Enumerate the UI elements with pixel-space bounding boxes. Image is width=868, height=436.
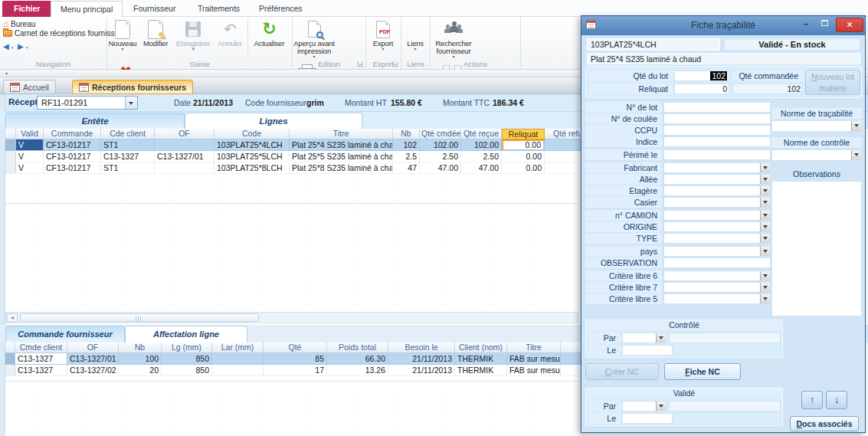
- dialog-field-input[interactable]: [663, 136, 771, 147]
- row-selector[interactable]: [5, 162, 16, 174]
- combo-arrow-icon[interactable]: [656, 333, 666, 343]
- norme-controle-combo[interactable]: [771, 149, 862, 161]
- table-cell[interactable]: 850: [162, 353, 212, 365]
- column-header[interactable]: Besoin le: [388, 343, 455, 353]
- dialog-field-combo[interactable]: [663, 270, 771, 281]
- tab-accueil[interactable]: Accueil: [3, 80, 56, 94]
- column-header[interactable]: Code: [215, 129, 290, 139]
- table-cell[interactable]: V: [16, 162, 44, 174]
- creer-nc-button[interactable]: Créer NC: [585, 363, 659, 380]
- tab-receptions-fournisseurs[interactable]: Réceptions fournisseurs: [72, 80, 193, 94]
- table-cell[interactable]: C13-1327/01: [155, 151, 215, 162]
- minimize-button[interactable]: –: [798, 19, 814, 28]
- row-selector[interactable]: [5, 151, 16, 162]
- modifier-button[interactable]: ✎ Modifier: [140, 17, 171, 60]
- dialog-field-input[interactable]: [663, 102, 771, 113]
- move-up-button[interactable]: ↑: [801, 391, 823, 409]
- table-cell[interactable]: 103PLAT25*8LCH: [215, 162, 290, 174]
- combo-arrow-icon[interactable]: [656, 402, 666, 411]
- column-header[interactable]: [5, 343, 15, 353]
- table-cell[interactable]: C13-1327: [15, 365, 67, 376]
- row-selector[interactable]: [5, 365, 15, 376]
- collapse-ribbon-icon[interactable]: ▾: [5, 70, 8, 76]
- apercu-impression-button[interactable]: Aperçu avant impression▾: [293, 17, 336, 60]
- ribbon-tab-menu-principal[interactable]: Menu principal: [51, 1, 123, 17]
- column-header[interactable]: Qté: [264, 343, 327, 353]
- table-cell[interactable]: V: [16, 151, 44, 162]
- dialog-field-combo[interactable]: [663, 197, 771, 208]
- qte-lot-input[interactable]: 102: [674, 70, 729, 81]
- column-header[interactable]: Titre: [507, 343, 561, 353]
- table-cell[interactable]: V: [16, 139, 44, 151]
- table-cell[interactable]: CF13-01217: [44, 139, 101, 151]
- table-cell[interactable]: 17: [264, 365, 327, 376]
- scroll-left-icon[interactable]: ◂: [7, 313, 18, 322]
- table-cell[interactable]: THERMIK: [455, 353, 507, 365]
- table-cell[interactable]: C13-1327/02: [67, 365, 119, 376]
- table-cell[interactable]: ST1: [101, 139, 155, 151]
- table-cell[interactable]: 21/11/2013: [388, 365, 455, 376]
- table-cell[interactable]: Plat 25*4 S235 laminé à chaud: [290, 139, 393, 151]
- combo-arrow-icon[interactable]: [760, 163, 770, 172]
- column-header[interactable]: Client (nom): [455, 343, 507, 353]
- column-header[interactable]: Valid: [16, 129, 44, 139]
- table-cell[interactable]: CF13-01217: [44, 162, 101, 174]
- table-cell[interactable]: 66.30: [327, 353, 388, 365]
- table-cell[interactable]: ST1: [101, 162, 155, 174]
- table-cell[interactable]: 102.00: [420, 139, 461, 151]
- tab-affectation-ligne[interactable]: Affectation ligne: [125, 326, 247, 343]
- table-cell[interactable]: FAB sur mesure: [507, 353, 561, 365]
- table-cell[interactable]: 103PLAT25*5LCH: [215, 151, 290, 162]
- ribbon-tab-traitements[interactable]: Traitements: [188, 1, 249, 17]
- column-header[interactable]: Cmde client: [15, 343, 67, 353]
- dialog-field-combo[interactable]: [663, 185, 771, 196]
- column-header[interactable]: OF: [155, 129, 215, 139]
- column-header[interactable]: Qté reçue: [461, 129, 502, 139]
- table-cell[interactable]: 0.00: [502, 151, 545, 162]
- reception-number-dropdown[interactable]: RF11-01291: [37, 96, 138, 110]
- file-menu-button[interactable]: Fichier: [2, 1, 51, 17]
- column-header[interactable]: Lar (mm): [212, 343, 264, 353]
- table-cell[interactable]: 47.00: [461, 162, 502, 174]
- table-cell[interactable]: THERMIK: [455, 365, 507, 376]
- norme-tracabilite-combo[interactable]: [771, 120, 862, 132]
- combo-arrow-icon[interactable]: [760, 294, 770, 303]
- table-cell[interactable]: C13-1327/01: [67, 353, 119, 365]
- observations-textarea[interactable]: [771, 181, 862, 316]
- nouveau-button[interactable]: Nouveau▾: [107, 17, 138, 60]
- table-cell[interactable]: [155, 162, 215, 174]
- rechercher-fournisseur-button[interactable]: Rechercher fournisseur▾: [431, 17, 477, 60]
- table-cell[interactable]: Plat 25*5 S235 laminé à chaud: [290, 151, 393, 162]
- table-cell[interactable]: [155, 139, 215, 151]
- row-selector[interactable]: [5, 139, 16, 151]
- tab-entete[interactable]: Entête: [5, 113, 185, 129]
- valide-le-input[interactable]: [622, 413, 673, 424]
- column-header[interactable]: [5, 129, 16, 139]
- table-cell[interactable]: 13.26: [327, 365, 388, 376]
- combo-arrow-icon[interactable]: [851, 150, 861, 160]
- table-row[interactable]: VCF13-01217ST1103PLAT25*4LCHPlat 25*4 S2…: [5, 139, 604, 151]
- dialog-field-combo[interactable]: [663, 162, 771, 173]
- column-header[interactable]: Cde client: [101, 129, 155, 139]
- column-header[interactable]: Reliquat: [502, 129, 545, 139]
- maximize-button[interactable]: [816, 19, 833, 28]
- combo-arrow-icon[interactable]: [760, 283, 770, 292]
- export-button[interactable]: PDF Export▾: [366, 17, 400, 60]
- table-cell[interactable]: 47: [393, 162, 420, 174]
- column-header[interactable]: Nb: [393, 129, 420, 139]
- edition-dialog-launcher-icon[interactable]: [358, 61, 363, 67]
- table-cell[interactable]: Plat 25*8 S235 laminé à chaud: [290, 162, 393, 174]
- dialog-field-combo[interactable]: [663, 221, 771, 232]
- dialog-field-combo[interactable]: [663, 293, 771, 304]
- table-cell[interactable]: 100: [119, 353, 162, 365]
- column-header[interactable]: Titre: [290, 129, 393, 139]
- row-selector[interactable]: [5, 353, 15, 365]
- combo-arrow-icon[interactable]: [760, 186, 770, 195]
- table-cell[interactable]: 20: [119, 365, 162, 376]
- scrollbar-thumb[interactable]: [20, 313, 259, 322]
- combo-arrow-icon[interactable]: [760, 175, 770, 184]
- table-cell[interactable]: C13-1327: [15, 353, 67, 365]
- column-header[interactable]: Commande: [44, 129, 101, 139]
- combo-arrow-icon[interactable]: [760, 234, 770, 243]
- combo-arrow-icon[interactable]: [760, 198, 770, 207]
